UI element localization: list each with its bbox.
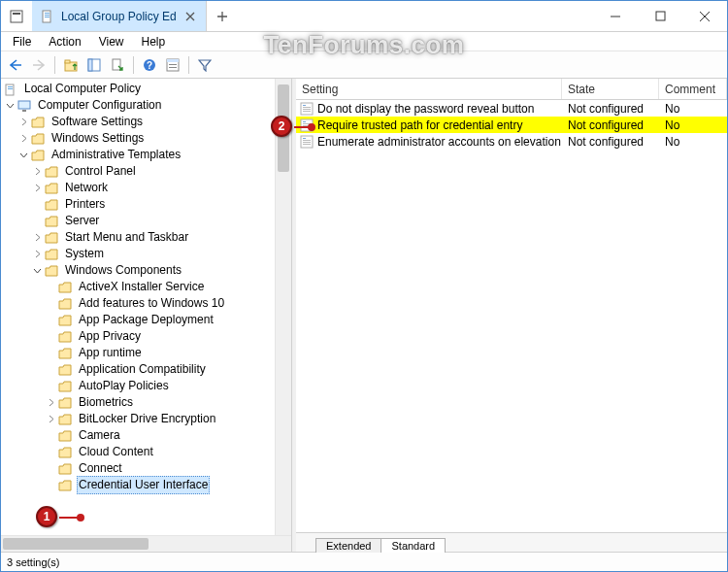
tree-start-menu[interactable]: Start Menu and Taskbar [3, 229, 275, 246]
tree-app-compat[interactable]: Application Compatibility [3, 361, 275, 378]
expand-icon[interactable] [44, 398, 57, 407]
setting-row[interactable]: Do not display the password reveal butto… [296, 100, 727, 117]
tree-activex[interactable]: ActiveX Installer Service [3, 279, 275, 295]
svg-rect-17 [169, 67, 177, 68]
main-split: Local Computer Policy Computer Configura… [1, 79, 727, 552]
tree-admin-templates[interactable]: Administrative Templates [3, 147, 275, 163]
folder-icon [44, 216, 59, 227]
tab-standard[interactable]: Standard [381, 538, 446, 553]
folder-icon [44, 166, 59, 178]
collapse-icon[interactable] [17, 151, 30, 159]
back-button[interactable] [5, 54, 26, 76]
expand-icon[interactable] [30, 167, 44, 176]
show-hide-tree-button[interactable] [83, 54, 105, 76]
svg-rect-34 [303, 138, 306, 139]
menu-action[interactable]: Action [41, 33, 88, 50]
maximize-button[interactable] [638, 1, 682, 31]
toolbar: ? [1, 51, 727, 79]
tree-network[interactable]: Network [3, 180, 275, 196]
grid-body[interactable]: Do not display the password reveal butto… [296, 100, 727, 532]
new-tab-button[interactable] [207, 1, 238, 31]
menu-file[interactable]: File [5, 33, 39, 50]
setting-name: Enumerate administrator accounts on elev… [317, 135, 561, 149]
col-state[interactable]: State [562, 79, 659, 99]
expand-icon[interactable] [17, 118, 30, 126]
expand-icon[interactable] [30, 233, 44, 242]
tree-biometrics[interactable]: Biometrics [3, 394, 275, 411]
col-setting[interactable]: Setting [296, 79, 562, 99]
svg-rect-20 [8, 88, 13, 89]
tab-extended[interactable]: Extended [315, 538, 381, 553]
help-button[interactable]: ? [139, 54, 160, 76]
folder-icon [57, 315, 73, 326]
tree-vertical-scrollbar[interactable] [275, 79, 291, 535]
col-comment[interactable]: Comment [659, 79, 727, 99]
tree-credential-ui[interactable]: Credential User Interface [3, 477, 275, 493]
properties-button[interactable] [162, 54, 183, 76]
folder-icon [57, 430, 73, 442]
folder-icon [44, 199, 59, 211]
menu-view[interactable]: View [91, 33, 132, 50]
tree-windows-components[interactable]: Windows Components [3, 262, 275, 279]
svg-rect-1 [13, 13, 20, 15]
tree-bitlocker[interactable]: BitLocker Drive Encryption [3, 411, 275, 427]
setting-row[interactable]: Require trusted path for credential entr… [296, 117, 727, 133]
tree-app-privacy[interactable]: App Privacy [3, 328, 275, 345]
tree-printers[interactable]: Printers [3, 196, 275, 213]
tree-horizontal-scrollbar[interactable] [1, 535, 291, 552]
minimize-button[interactable] [593, 1, 638, 31]
setting-name: Require trusted path for credential entr… [317, 118, 522, 132]
folder-icon [57, 463, 73, 475]
titlebar: Local Group Policy Ed [1, 1, 727, 32]
folder-icon [57, 331, 73, 343]
tree-app-pkg[interactable]: App Package Deployment [3, 312, 275, 328]
setting-name: Do not display the password reveal butto… [317, 102, 534, 116]
tree-software-settings[interactable]: Software Settings [3, 114, 275, 130]
tab-gpedit[interactable]: Local Group Policy Ed [32, 1, 207, 31]
folder-icon [57, 298, 73, 310]
folder-icon [57, 364, 73, 376]
policy-tree[interactable]: Local Computer Policy Computer Configura… [1, 79, 275, 535]
tree-app-runtime[interactable]: App runtime [3, 345, 275, 361]
policy-setting-icon [300, 102, 314, 116]
tab-close-icon[interactable] [182, 9, 198, 24]
filter-button[interactable] [194, 54, 215, 76]
menu-help[interactable]: Help [134, 33, 174, 50]
svg-rect-37 [303, 144, 311, 145]
folder-icon [44, 183, 59, 194]
tree-system[interactable]: System [3, 246, 275, 262]
tree-autoplay[interactable]: AutoPlay Policies [3, 378, 275, 394]
forward-button[interactable] [28, 54, 50, 76]
policy-setting-icon [300, 135, 314, 149]
expand-icon[interactable] [30, 250, 44, 258]
setting-row[interactable]: Enumerate administrator accounts on elev… [296, 133, 727, 150]
folder-icon [44, 232, 59, 244]
tree-root[interactable]: Local Computer Policy [3, 81, 275, 97]
close-button[interactable] [682, 1, 727, 31]
tree-cloud[interactable]: Cloud Content [3, 444, 275, 460]
tree-control-panel[interactable]: Control Panel [3, 163, 275, 180]
tree-computer-configuration[interactable]: Computer Configuration [3, 97, 275, 114]
gpedit-window: Local Group Policy Ed File Action View H… [0, 0, 728, 572]
folder-icon [44, 249, 59, 260]
app-menu-icon[interactable] [1, 1, 32, 31]
tree-connect[interactable]: Connect [3, 460, 275, 477]
tree-server[interactable]: Server [3, 213, 275, 229]
expand-icon[interactable] [44, 415, 57, 423]
tree-windows-settings[interactable]: Windows Settings [3, 130, 275, 147]
svg-rect-3 [45, 13, 50, 14]
svg-rect-10 [88, 59, 92, 71]
up-button[interactable] [60, 54, 82, 76]
export-list-button[interactable] [107, 54, 128, 76]
svg-rect-36 [303, 142, 311, 143]
tree-camera[interactable]: Camera [3, 427, 275, 444]
collapse-icon[interactable] [30, 266, 44, 275]
folder-icon [30, 150, 46, 161]
setting-comment: No [659, 135, 727, 149]
expand-icon[interactable] [30, 184, 44, 192]
expand-icon[interactable] [17, 134, 30, 143]
collapse-icon[interactable] [3, 101, 17, 110]
tree-add-features[interactable]: Add features to Windows 10 [3, 295, 275, 312]
folder-icon [57, 447, 73, 458]
svg-rect-18 [6, 84, 14, 95]
